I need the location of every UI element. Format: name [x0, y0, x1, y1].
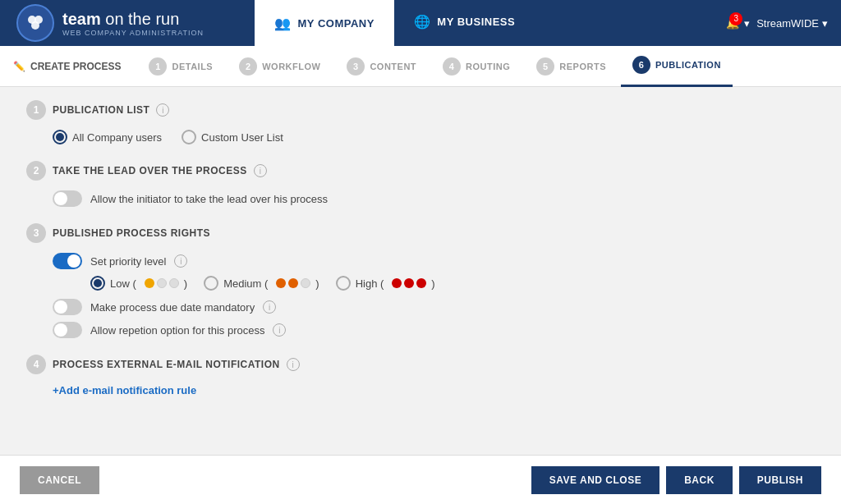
- priority-medium-close: ): [315, 277, 319, 290]
- take-lead-toggle-row: Allow the initiator to take the lead ove…: [53, 190, 815, 207]
- section-3-num: 3: [26, 223, 46, 243]
- radio-custom-user-list[interactable]: Custom User List: [182, 130, 283, 144]
- section-1-info-icon[interactable]: i: [156, 103, 169, 117]
- section-4-title: PROCESS EXTERNAL E-MAIL NOTIFICATION: [53, 359, 280, 370]
- header-right: 🔔 3 ▾ StreamWIDE ▾: [726, 17, 841, 30]
- section-4-content: +Add e-mail notification rule: [26, 384, 815, 396]
- take-lead-toggle-thumb: [54, 192, 67, 205]
- logo-icon: [16, 4, 54, 42]
- priority-low-option[interactable]: Low ( ): [90, 276, 187, 291]
- step-5-num: 5: [536, 57, 554, 76]
- step-1-details[interactable]: 1 DETAILS: [137, 46, 224, 87]
- priority-high-radio: [336, 276, 351, 291]
- step-5-reports[interactable]: 5 REPORTS: [525, 46, 618, 87]
- section-2-info-icon[interactable]: i: [254, 164, 267, 177]
- repetition-toggle-label: Allow repetion option for this process: [90, 324, 264, 337]
- publish-button[interactable]: PUBLISH: [739, 466, 821, 494]
- cancel-button[interactable]: CANCEL: [20, 466, 99, 494]
- nav-my-company[interactable]: 👥 MY COMPANY: [255, 0, 394, 46]
- radio-custom-user-empty: [182, 130, 196, 144]
- save-and-close-button[interactable]: SAVE AND CLOSE: [531, 466, 659, 494]
- priority-medium-dots: [276, 278, 310, 288]
- chevron-down-icon: ▾: [744, 17, 750, 30]
- dot-2: [157, 278, 167, 288]
- step-4-num: 4: [443, 57, 461, 76]
- section-2-header: 2 TAKE THE LEAD OVER THE PROCESS i: [26, 161, 815, 181]
- due-date-toggle-thumb: [54, 300, 67, 314]
- section-publication-list: 1 PUBLICATION LIST i All Company users C…: [26, 100, 815, 144]
- dot-1: [145, 278, 154, 288]
- section-2-num: 2: [26, 161, 46, 181]
- section-1-content: All Company users Custom User List: [26, 130, 815, 144]
- priority-high-close: ): [431, 277, 434, 290]
- step-6-publication[interactable]: 6 PUBLICATION: [621, 46, 733, 87]
- step-3-content[interactable]: 3 CONTENT: [335, 46, 428, 87]
- dot-m2: [288, 278, 298, 288]
- repetition-toggle-row: Allow repetion option for this process i: [53, 322, 815, 338]
- dot-h2: [404, 278, 414, 288]
- edit-icon: ✏️: [13, 61, 25, 72]
- nav-tabs: 👥 MY COMPANY 🌐 MY BUSINESS: [255, 0, 535, 46]
- priority-toggle-row: Set priority level i: [53, 253, 815, 269]
- section-3-header: 3 PUBLISHED PROCESS RIGHTS: [26, 223, 815, 243]
- section-2-content: Allow the initiator to take the lead ove…: [26, 190, 815, 207]
- take-lead-label: Allow the initiator to take the lead ove…: [90, 193, 328, 205]
- priority-toggle-thumb: [67, 254, 80, 268]
- radio-all-company-outer: [53, 130, 67, 144]
- section-3-content: Set priority level i Low ( ): [26, 253, 815, 338]
- business-icon: 🌐: [414, 14, 431, 30]
- take-lead-toggle[interactable]: [53, 190, 82, 207]
- priority-low-dots: [145, 278, 179, 288]
- step-2-num: 2: [239, 57, 257, 76]
- dot-h1: [392, 278, 402, 288]
- due-date-toggle[interactable]: [53, 299, 82, 315]
- radio-custom-user-label: Custom User List: [201, 131, 283, 144]
- section-published-rights: 3 PUBLISHED PROCESS RIGHTS Set priority …: [26, 223, 815, 338]
- repetition-info-icon[interactable]: i: [273, 323, 286, 337]
- priority-toggle[interactable]: [53, 253, 82, 269]
- priority-info-icon[interactable]: i: [174, 254, 187, 268]
- priority-medium-option[interactable]: Medium ( ): [204, 276, 319, 291]
- priority-low-label: Low (: [110, 277, 136, 290]
- step-3-num: 3: [347, 57, 365, 76]
- priority-level-row: Low ( ) Medium ( ): [53, 276, 815, 291]
- dot-m1: [276, 278, 286, 288]
- repetition-toggle[interactable]: [53, 322, 82, 338]
- section-1-header: 1 PUBLICATION LIST i: [26, 100, 815, 120]
- svg-point-2: [31, 21, 39, 30]
- footer-right-buttons: SAVE AND CLOSE BACK PUBLISH: [531, 466, 821, 494]
- radio-all-company-label: All Company users: [72, 131, 162, 144]
- logo-text: team on the run WEB COMPANY ADMINISTRATI…: [62, 9, 204, 38]
- create-process-button[interactable]: ✏️ CREATE PROCESS: [13, 61, 121, 72]
- priority-medium-radio: [204, 276, 218, 291]
- section-email-notification: 4 PROCESS EXTERNAL E-MAIL NOTIFICATION i…: [26, 355, 815, 396]
- step-4-routing[interactable]: 4 ROUTING: [431, 46, 522, 87]
- notification-bell[interactable]: 🔔 3: [726, 17, 739, 30]
- logo-team: team on the run: [62, 10, 179, 28]
- dot-3: [169, 278, 179, 288]
- dot-m3: [301, 278, 310, 288]
- header: team on the run WEB COMPANY ADMINISTRATI…: [0, 0, 841, 46]
- radio-all-company-inner: [56, 133, 64, 141]
- team-logo-svg: [24, 11, 47, 34]
- radio-all-company-users[interactable]: All Company users: [53, 130, 162, 144]
- priority-low-radio-outer: [90, 276, 105, 291]
- section-1-num: 1: [26, 100, 46, 120]
- back-button[interactable]: BACK: [666, 466, 733, 494]
- add-email-rule-link[interactable]: +Add e-mail notification rule: [53, 384, 196, 396]
- section-2-title: TAKE THE LEAD OVER THE PROCESS: [53, 165, 247, 176]
- step-2-workflow[interactable]: 2 WORKFLOW: [227, 46, 332, 87]
- footer: CANCEL SAVE AND CLOSE BACK PUBLISH: [0, 455, 841, 504]
- section-4-info-icon[interactable]: i: [287, 358, 300, 371]
- section-4-num: 4: [26, 355, 46, 374]
- company-icon: 👥: [274, 16, 292, 31]
- priority-medium-label: Medium (: [223, 277, 268, 290]
- notification-count: 3: [729, 12, 742, 25]
- publication-list-radio-group: All Company users Custom User List: [53, 130, 815, 144]
- user-name: StreamWIDE: [756, 17, 819, 30]
- section-1-title: PUBLICATION LIST: [53, 104, 149, 116]
- dot-h3: [416, 278, 426, 288]
- due-date-info-icon[interactable]: i: [263, 300, 276, 314]
- priority-high-option[interactable]: High ( ): [336, 276, 435, 291]
- nav-my-business[interactable]: 🌐 MY BUSINESS: [394, 0, 535, 46]
